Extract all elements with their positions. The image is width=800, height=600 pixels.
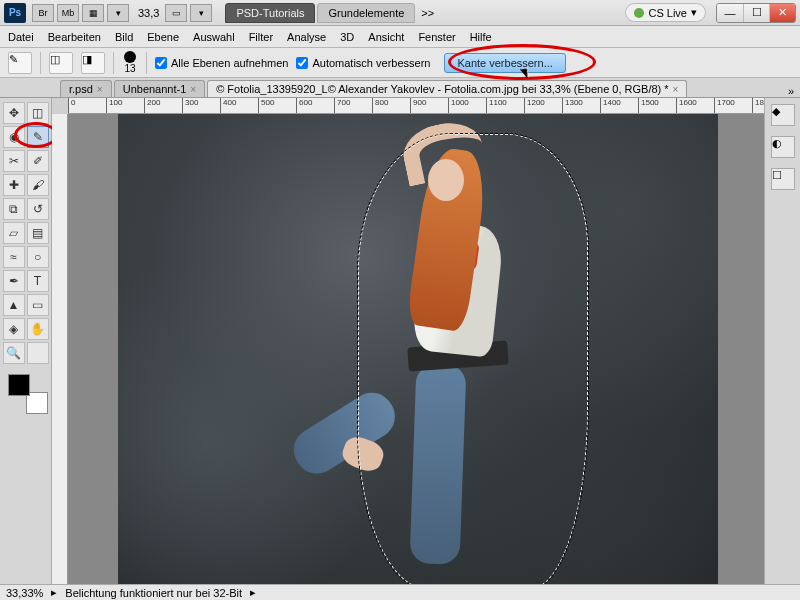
screen-mode-button[interactable]: ▦ <box>82 4 104 22</box>
checkbox-input[interactable] <box>296 57 308 69</box>
ruler-tick: 300 <box>182 98 198 114</box>
cs-live-button[interactable]: CS Live ▾ <box>625 3 706 22</box>
refine-edge-button[interactable]: Kante verbessern... <box>444 53 565 73</box>
tool-hand[interactable]: ✋ <box>27 318 49 340</box>
menu-ebene[interactable]: Ebene <box>147 31 179 43</box>
add-selection-button[interactable]: ◨ <box>81 52 105 74</box>
tool-stamp[interactable]: ⧉ <box>3 198 25 220</box>
main-area: ✥◫◉✎✂✐✚🖌⧉↺▱▤≈○✒T▲▭◈✋🔍 010020030040050060… <box>0 98 800 584</box>
doc-tab-label: © Fotolia_13395920_L© Alexander Yakovlev… <box>216 83 668 95</box>
ruler-tick: 900 <box>410 98 426 114</box>
workspace-tab-essentials[interactable]: Grundelemente <box>317 3 415 23</box>
menu-bild[interactable]: Bild <box>115 31 133 43</box>
zoom-level[interactable]: 33,3 <box>138 7 159 19</box>
tool-pen[interactable]: ✒ <box>3 270 25 292</box>
ruler-tick: 400 <box>220 98 236 114</box>
ruler-tick: 1000 <box>448 98 469 114</box>
tool-zoom[interactable]: 🔍 <box>3 342 25 364</box>
brush-preview-icon[interactable] <box>124 51 136 63</box>
bridge-button[interactable]: Br <box>32 4 54 22</box>
chevron-right-icon[interactable]: ▸ <box>250 586 256 599</box>
menu-hilfe[interactable]: Hilfe <box>470 31 492 43</box>
document-tabs: r.psd× Unbenannt-1× © Fotolia_13395920_L… <box>0 78 800 98</box>
tool-path-select[interactable]: ▲ <box>3 294 25 316</box>
chevron-right-icon[interactable]: ▸ <box>51 586 57 599</box>
tool-rect-marquee[interactable]: ◫ <box>27 102 49 124</box>
close-button[interactable]: ✕ <box>769 4 795 22</box>
menu-bar: Datei Bearbeiten Bild Ebene Auswahl Filt… <box>0 26 800 48</box>
swatches-panel-icon[interactable]: ◆ <box>771 104 795 126</box>
ruler-tick: 1700 <box>714 98 735 114</box>
view-extras-button[interactable]: ▭ <box>165 4 187 22</box>
tool-3d[interactable]: ◈ <box>3 318 25 340</box>
color-swatches[interactable] <box>8 374 48 414</box>
canvas[interactable] <box>68 114 764 584</box>
menu-ansicht[interactable]: Ansicht <box>368 31 404 43</box>
tools-panel: ✥◫◉✎✂✐✚🖌⧉↺▱▤≈○✒T▲▭◈✋🔍 <box>0 98 52 584</box>
tool-empty <box>27 342 49 364</box>
doc-tab[interactable]: Unbenannt-1× <box>114 80 205 97</box>
tool-lasso[interactable]: ◉ <box>3 126 25 148</box>
subject-figure <box>308 129 588 579</box>
tool-quick-select[interactable]: ✎ <box>27 126 49 148</box>
arrange-button[interactable]: ▾ <box>107 4 129 22</box>
tool-eyedropper[interactable]: ✐ <box>27 150 49 172</box>
close-icon[interactable]: × <box>97 84 103 95</box>
minibridge-button[interactable]: Mb <box>57 4 79 22</box>
view-proof-button[interactable]: ▾ <box>190 4 212 22</box>
ruler-tick: 600 <box>296 98 312 114</box>
close-icon[interactable]: × <box>673 84 679 95</box>
ruler-tick: 1800 <box>752 98 764 114</box>
adjustments-panel-icon[interactable]: ◐ <box>771 136 795 158</box>
ruler-tick: 1600 <box>676 98 697 114</box>
brush-size-value: 13 <box>124 63 135 74</box>
doc-tab-active[interactable]: © Fotolia_13395920_L© Alexander Yakovlev… <box>207 80 687 97</box>
tool-move[interactable]: ✥ <box>3 102 25 124</box>
image-content <box>118 114 718 584</box>
tool-shape[interactable]: ▭ <box>27 294 49 316</box>
foreground-color[interactable] <box>8 374 30 396</box>
workspace-tabs: PSD-Tutorials Grundelemente >> <box>225 3 434 23</box>
minimize-button[interactable]: ― <box>717 4 743 22</box>
sample-all-layers-checkbox[interactable]: Alle Ebenen aufnehmen <box>155 57 288 69</box>
close-icon[interactable]: × <box>190 84 196 95</box>
doc-tab[interactable]: r.psd× <box>60 80 112 97</box>
tool-brush[interactable]: 🖌 <box>27 174 49 196</box>
tool-history-brush[interactable]: ↺ <box>27 198 49 220</box>
menu-datei[interactable]: Datei <box>8 31 34 43</box>
workspace-tab-tutorials[interactable]: PSD-Tutorials <box>225 3 315 23</box>
title-bar: Ps Br Mb ▦ ▾ 33,3 ▭ ▾ PSD-Tutorials Grun… <box>0 0 800 26</box>
ruler-tick: 800 <box>372 98 388 114</box>
menu-fenster[interactable]: Fenster <box>418 31 455 43</box>
tool-blur[interactable]: ≈ <box>3 246 25 268</box>
status-message: Belichtung funktioniert nur bei 32-Bit <box>65 587 242 599</box>
tool-type[interactable]: T <box>27 270 49 292</box>
app-logo: Ps <box>4 3 26 23</box>
doc-tab-label: r.psd <box>69 83 93 95</box>
cs-live-label: CS Live <box>648 7 687 19</box>
status-bar: 33,33% ▸ Belichtung funktioniert nur bei… <box>0 584 800 600</box>
tool-eraser[interactable]: ▱ <box>3 222 25 244</box>
new-selection-button[interactable]: ◫ <box>49 52 73 74</box>
auto-enhance-checkbox[interactable]: Automatisch verbessern <box>296 57 430 69</box>
maximize-button[interactable]: ☐ <box>743 4 769 22</box>
ruler-tick: 500 <box>258 98 274 114</box>
menu-bearbeiten[interactable]: Bearbeiten <box>48 31 101 43</box>
checkbox-input[interactable] <box>155 57 167 69</box>
workspace-expand[interactable]: >> <box>421 7 434 19</box>
menu-auswahl[interactable]: Auswahl <box>193 31 235 43</box>
checkbox-label: Automatisch verbessern <box>312 57 430 69</box>
tool-dodge[interactable]: ○ <box>27 246 49 268</box>
menu-filter[interactable]: Filter <box>249 31 273 43</box>
tool-heal[interactable]: ✚ <box>3 174 25 196</box>
current-tool-icon[interactable]: ✎ <box>8 52 32 74</box>
menu-3d[interactable]: 3D <box>340 31 354 43</box>
status-zoom[interactable]: 33,33% <box>6 587 43 599</box>
tool-gradient[interactable]: ▤ <box>27 222 49 244</box>
menu-analyse[interactable]: Analyse <box>287 31 326 43</box>
ruler-tick: 700 <box>334 98 350 114</box>
tab-overflow-icon[interactable]: » <box>788 85 794 97</box>
tool-crop[interactable]: ✂ <box>3 150 25 172</box>
layers-panel-icon[interactable]: ☐ <box>771 168 795 190</box>
ruler-tick: 0 <box>68 98 75 114</box>
